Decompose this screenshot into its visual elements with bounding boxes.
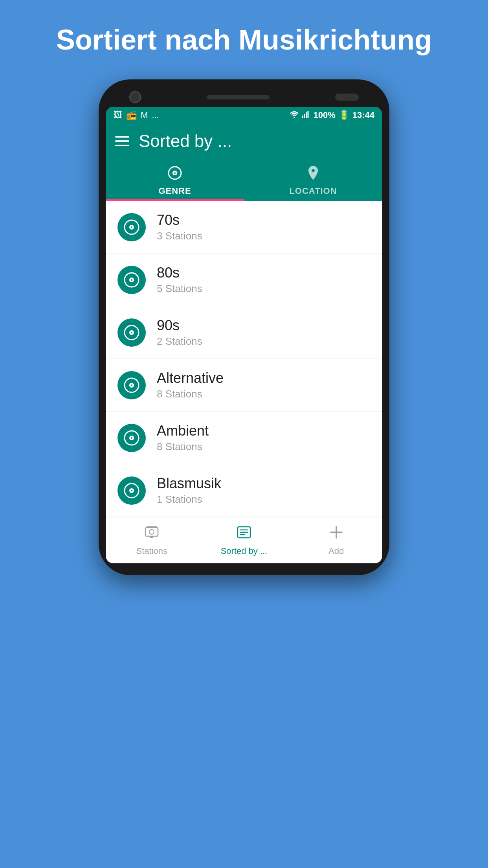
- genre-info-90s: 90s 2 Stations: [157, 317, 202, 348]
- svg-point-0: [294, 117, 295, 118]
- status-right-icons: 100% 🔋 13:44: [290, 110, 374, 120]
- tab-active-indicator: [106, 199, 244, 201]
- svg-point-16: [131, 332, 132, 333]
- tab-location[interactable]: LOCATION: [244, 159, 382, 201]
- genre-icon-80s: [117, 266, 146, 294]
- genre-tab-icon: [168, 166, 182, 184]
- genre-name: 90s: [157, 317, 202, 334]
- svg-point-7: [174, 172, 176, 174]
- phone-speaker: [207, 95, 270, 99]
- genre-info-ambient: Ambient 8 Stations: [157, 423, 209, 453]
- genre-count: 3 Stations: [157, 230, 202, 242]
- status-left-icons: 🖼 📻 M ...: [114, 110, 159, 120]
- gmail-icon: M: [141, 110, 148, 120]
- genre-count: 8 Stations: [157, 441, 209, 453]
- list-item[interactable]: Alternative 8 Stations: [106, 359, 382, 412]
- genre-info-70s: 70s 3 Stations: [157, 212, 202, 242]
- bottom-nav: Stations Sorted by ...: [106, 517, 382, 563]
- genre-name: Alternative: [157, 370, 224, 386]
- phone-sensor: [335, 94, 359, 101]
- tab-genre[interactable]: GENRE: [106, 159, 244, 201]
- location-tab-icon: [307, 166, 319, 184]
- nav-item-stations[interactable]: Stations: [106, 517, 198, 563]
- genre-info-blasmusik: Blasmusik 1 Stations: [157, 475, 221, 506]
- phone-frame: 🖼 📻 M ...: [99, 79, 389, 575]
- battery-icon: 🔋: [339, 110, 349, 120]
- genre-icon-ambient: [117, 424, 146, 452]
- genre-info-alternative: Alternative 8 Stations: [157, 370, 224, 400]
- genre-name: Ambient: [157, 423, 209, 439]
- svg-rect-3: [306, 112, 307, 118]
- list-item[interactable]: 70s 3 Stations: [106, 201, 382, 254]
- location-tab-label: LOCATION: [289, 186, 337, 196]
- genre-count: 1 Stations: [157, 493, 221, 506]
- battery-text: 100%: [313, 110, 335, 120]
- wifi-icon: [290, 110, 299, 120]
- svg-rect-28: [150, 536, 153, 538]
- svg-point-25: [131, 490, 132, 491]
- list-item[interactable]: Blasmusik 1 Stations: [106, 464, 382, 517]
- genre-name: Blasmusik: [157, 475, 221, 492]
- genre-name: 70s: [157, 212, 202, 228]
- page-title: Sortiert nach Musikrichtung: [33, 24, 455, 56]
- phone-top: [106, 91, 382, 103]
- svg-rect-1: [302, 116, 303, 118]
- list-item[interactable]: 90s 2 Stations: [106, 306, 382, 359]
- genre-tab-label: GENRE: [158, 186, 191, 196]
- app-bar-title: Sorted by ...: [139, 131, 232, 151]
- genre-list: 70s 3 Stations 80s 5 Stations: [106, 201, 382, 517]
- svg-point-19: [131, 384, 132, 386]
- genre-info-80s: 80s 5 Stations: [157, 265, 202, 295]
- more-icon: ...: [152, 110, 159, 120]
- genre-icon-blasmusik: [117, 476, 146, 505]
- phone-screen: 🖼 📻 M ...: [106, 107, 382, 563]
- sorted-by-nav-label: Sorted by ...: [221, 546, 268, 556]
- genre-name: 80s: [157, 265, 202, 281]
- genre-icon-alternative: [117, 371, 146, 399]
- phone-camera: [129, 91, 141, 103]
- genre-count: 5 Stations: [157, 283, 202, 295]
- genre-icon-70s: [117, 213, 146, 241]
- hamburger-menu-icon[interactable]: [115, 136, 129, 146]
- svg-rect-4: [308, 111, 309, 118]
- genre-count: 8 Stations: [157, 388, 224, 400]
- genre-count: 2 Stations: [157, 335, 202, 348]
- stations-nav-icon: [144, 524, 160, 544]
- sorted-by-nav-icon: [236, 524, 252, 544]
- add-nav-label: Add: [328, 546, 344, 556]
- list-item[interactable]: Ambient 8 Stations: [106, 412, 382, 464]
- list-item[interactable]: 80s 5 Stations: [106, 254, 382, 306]
- add-nav-icon: [328, 524, 344, 544]
- radio-status-icon: 📻: [126, 110, 137, 120]
- svg-rect-26: [145, 528, 158, 536]
- svg-rect-2: [304, 114, 305, 118]
- time: 13:44: [352, 110, 374, 120]
- status-bar: 🖼 📻 M ...: [106, 107, 382, 123]
- image-icon: 🖼: [114, 110, 122, 120]
- stations-nav-label: Stations: [136, 546, 168, 556]
- nav-item-sorted-by[interactable]: Sorted by ...: [198, 517, 290, 563]
- app-bar: Sorted by ...: [106, 123, 382, 159]
- svg-point-22: [131, 437, 132, 439]
- svg-point-27: [149, 530, 154, 534]
- nav-item-add[interactable]: Add: [290, 517, 382, 563]
- tabs-container: GENRE LOCATION: [106, 159, 382, 201]
- genre-icon-90s: [117, 318, 146, 347]
- svg-point-13: [131, 279, 132, 281]
- signal-icon: [302, 110, 310, 120]
- svg-point-10: [131, 226, 132, 228]
